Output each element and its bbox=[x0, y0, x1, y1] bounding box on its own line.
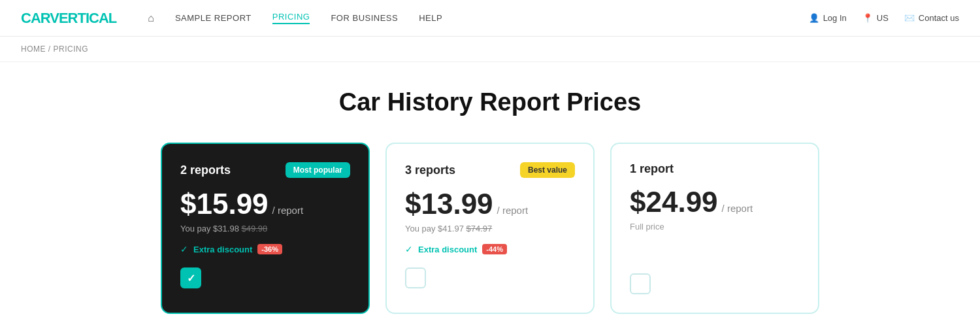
plan-1-checkbox[interactable] bbox=[630, 273, 651, 294]
plan-3-checkbox[interactable] bbox=[405, 267, 426, 288]
navbar: CARVERTICAL ⌂ SAMPLE REPORT PRICING FOR … bbox=[0, 0, 980, 37]
plan-2-discount-row: ✓ Extra discount -36% bbox=[180, 244, 350, 254]
nav-right: 👤 Log In 📍 US ✉️ Contact us bbox=[809, 13, 959, 23]
region-item[interactable]: 📍 US bbox=[862, 13, 889, 23]
plan-1-card: 1 report $24.99 / report Full price bbox=[610, 143, 819, 314]
plan-2-check-icon: ✓ bbox=[180, 244, 188, 254]
plan-1-price: $24.99 bbox=[630, 188, 718, 216]
plan-1-per: / report bbox=[722, 203, 753, 214]
nav-links: ⌂ SAMPLE REPORT PRICING FOR BUSINESS HEL… bbox=[148, 12, 808, 24]
contact-item[interactable]: ✉️ Contact us bbox=[904, 13, 959, 23]
plan-3-price: $13.99 bbox=[405, 190, 493, 218]
plan-2-pay-text: You pay $31.98 bbox=[180, 224, 239, 233]
plan-2-price: $15.99 bbox=[180, 190, 269, 218]
plan-2-pay-row: You pay $31.98 $49.98 bbox=[180, 224, 350, 233]
plan-2-header: 2 reports Most popular bbox=[180, 162, 350, 178]
nav-help[interactable]: HELP bbox=[419, 13, 442, 23]
contact-label: Contact us bbox=[919, 13, 959, 23]
plan-2-checkbox[interactable] bbox=[180, 267, 201, 288]
plan-1-header: 1 report bbox=[630, 162, 800, 176]
plan-1-reports: 1 report bbox=[630, 162, 674, 176]
main-content: Car History Report Prices 2 reports Most… bbox=[0, 62, 980, 327]
plan-3-discount-row: ✓ Extra discount -44% bbox=[405, 244, 575, 254]
home-icon[interactable]: ⌂ bbox=[148, 12, 154, 24]
plan-2-per: / report bbox=[272, 205, 304, 216]
plan-2-reports: 2 reports bbox=[180, 164, 231, 177]
user-icon: 👤 bbox=[809, 13, 819, 23]
plan-2-discount-label: Extra discount bbox=[193, 245, 252, 254]
plan-3-pay-text: You pay $41.97 bbox=[405, 224, 464, 233]
nav-for-business[interactable]: FOR BUSINESS bbox=[331, 13, 398, 23]
plan-3-check-icon: ✓ bbox=[405, 244, 413, 254]
breadcrumb-home[interactable]: HOME bbox=[21, 44, 46, 54]
plan-3-discount-label: Extra discount bbox=[418, 245, 477, 254]
breadcrumb-separator: / bbox=[48, 44, 54, 54]
nav-pricing[interactable]: PRICING bbox=[272, 12, 310, 24]
login-item[interactable]: 👤 Log In bbox=[809, 13, 847, 23]
plan-3-card: 3 reports Best value $13.99 / report You… bbox=[385, 143, 595, 314]
logo-part1: CAR bbox=[21, 10, 50, 26]
region-label: US bbox=[877, 13, 889, 23]
plan-2-discount-pct: -36% bbox=[257, 244, 282, 254]
plan-3-reports: 3 reports bbox=[405, 164, 455, 177]
logo-part2: VERTICAL bbox=[50, 10, 116, 26]
plan-3-header: 3 reports Best value bbox=[405, 162, 575, 178]
plan-2-badge: Most popular bbox=[286, 162, 350, 178]
location-icon: 📍 bbox=[862, 13, 873, 23]
plan-3-pay-row: You pay $41.97 $74.97 bbox=[405, 224, 575, 233]
mail-icon: ✉️ bbox=[904, 13, 915, 23]
breadcrumb-current: PRICING bbox=[54, 44, 89, 54]
plan-2-old-price: $49.98 bbox=[242, 224, 268, 233]
plan-3-old-price: $74.97 bbox=[466, 224, 493, 233]
plan-2-price-row: $15.99 / report bbox=[180, 190, 350, 218]
plan-1-full-price-label: Full price bbox=[630, 222, 800, 232]
nav-sample-report[interactable]: SAMPLE REPORT bbox=[175, 13, 252, 23]
breadcrumb: HOME / PRICING bbox=[0, 37, 980, 62]
plan-3-per: / report bbox=[497, 205, 529, 216]
plan-1-price-row: $24.99 / report bbox=[630, 188, 800, 216]
plan-3-price-row: $13.99 / report bbox=[405, 190, 575, 218]
login-label: Log In bbox=[823, 13, 847, 23]
plan-2-card: 2 reports Most popular $15.99 / report Y… bbox=[161, 143, 370, 314]
pricing-grid: 2 reports Most popular $15.99 / report Y… bbox=[131, 143, 849, 314]
brand-logo[interactable]: CARVERTICAL bbox=[21, 10, 116, 27]
plan-3-discount-pct: -44% bbox=[482, 244, 507, 254]
page-title: Car History Report Prices bbox=[21, 88, 959, 116]
plan-3-badge: Best value bbox=[520, 162, 575, 178]
